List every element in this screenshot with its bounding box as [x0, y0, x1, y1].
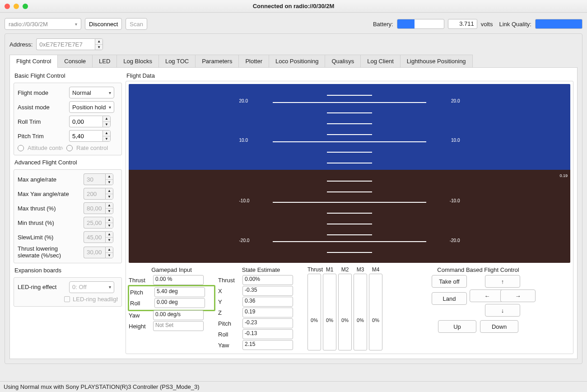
- tab-log-blocks[interactable]: Log Blocks: [117, 55, 159, 67]
- max-angle-stepper[interactable]: ▲▼: [84, 173, 113, 185]
- disconnect-button[interactable]: Disconnect: [85, 18, 122, 30]
- slew-stepper[interactable]: ▲▼: [84, 231, 113, 243]
- battery-meter: [397, 19, 444, 29]
- led-effect-select[interactable]: 0: Off▾: [69, 281, 114, 293]
- gamepad-col: Gamepad Input Thrust0.00 % Pitch5.40 deg…: [129, 266, 214, 332]
- arrow-down-button[interactable]: ↓: [485, 304, 520, 317]
- spin-up-icon[interactable]: ▲: [95, 39, 102, 45]
- battery-fill: [397, 19, 415, 28]
- window-title: Connected on radio://0/30/2M: [5, 3, 582, 9]
- m1-meter: 0%: [323, 274, 336, 350]
- advanced-group: Max angle/rate ▲▼ Max Yaw angle/rate ▲▼ …: [14, 169, 122, 263]
- scan-button[interactable]: Scan: [126, 18, 147, 30]
- tab-parameters[interactable]: Parameters: [196, 55, 239, 67]
- tab-log-client[interactable]: Log Client: [361, 55, 401, 67]
- uri-value: radio://0/30/2M: [9, 21, 48, 28]
- state-roll: -0.13: [242, 329, 293, 339]
- takeoff-button[interactable]: Take off: [432, 275, 467, 288]
- command-title: Command Based Flight Control: [437, 266, 519, 273]
- gamepad-thrust: 0.00 %: [153, 275, 204, 285]
- led-headlight-checkbox[interactable]: [64, 296, 70, 302]
- state-y: 0.36: [242, 297, 293, 307]
- tlsr-label: Thrust lowering slewrate (%/sec): [18, 246, 81, 259]
- main-frame: Address: ▲▼ Flight Control Console LED L…: [5, 33, 582, 364]
- lower-row: Gamepad Input Thrust0.00 % Pitch5.40 deg…: [129, 266, 570, 351]
- battery-volts: 3.711: [448, 19, 477, 29]
- highlight-box: Pitch5.40 deg Roll0.00 deg: [128, 285, 215, 311]
- address-spinner[interactable]: ▲▼: [36, 38, 103, 50]
- max-yaw-stepper[interactable]: ▲▼: [84, 188, 113, 200]
- tab-loco-positioning[interactable]: Loco Positioning: [269, 55, 325, 67]
- basic-title: Basic Flight Control: [14, 72, 122, 79]
- max-thrust-stepper[interactable]: ▲▼: [84, 202, 113, 214]
- top-toolbar: radio://0/30/2M ▾ Disconnect Scan Batter…: [0, 13, 587, 33]
- min-thrust-stepper[interactable]: ▲▼: [84, 217, 113, 229]
- m2-meter: 0%: [338, 274, 352, 350]
- rate-label: Rate control: [76, 145, 108, 151]
- state-pitch: -0.23: [242, 318, 293, 328]
- window-controls: [5, 4, 28, 9]
- minimize-icon[interactable]: [14, 4, 19, 9]
- status-bar: Using Normal mux with Sony PLAYSTATION(R…: [0, 381, 587, 392]
- address-input[interactable]: [36, 38, 95, 50]
- tab-flight-control[interactable]: Flight Control: [9, 55, 58, 67]
- chevron-down-icon: ▾: [109, 285, 111, 289]
- spin-down-icon[interactable]: ▼: [95, 45, 102, 50]
- attitude-label: Attitude control: [28, 145, 63, 151]
- state-col: State Estimate Thrust0.00% X-0.35 Y0.36 …: [218, 266, 304, 351]
- up-button[interactable]: Up: [438, 320, 476, 333]
- chevron-down-icon: ▾: [109, 90, 111, 95]
- basic-group: Flight mode Normal▾ Assist mode Position…: [14, 83, 122, 155]
- flight-data-body: 20.0 20.0 10.0 10.0 -10.0 -10.0 -20.0 -2…: [126, 81, 573, 354]
- uri-combo[interactable]: radio://0/30/2M ▾: [5, 18, 81, 30]
- volts-unit: volts: [481, 21, 493, 28]
- max-yaw-label: Max Yaw angle/rate: [18, 191, 81, 197]
- close-icon[interactable]: [5, 4, 10, 9]
- link-quality-label: Link Quality:: [499, 21, 531, 28]
- flight-mode-select[interactable]: Normal▾: [69, 87, 114, 98]
- assist-mode-select[interactable]: Position hold▾: [69, 101, 114, 113]
- pitch-trim-stepper[interactable]: ▲▼: [69, 130, 111, 142]
- chevron-down-icon: ▾: [109, 105, 111, 110]
- battery-label: Battery:: [373, 21, 393, 28]
- max-thrust-label: Max thrust (%): [18, 205, 81, 212]
- gamepad-yaw: 0.00 deg/s: [153, 310, 204, 320]
- address-label: Address:: [9, 41, 33, 48]
- motors-col: Thrust M1 M2 M3 M4 0% 0% 0% 0% 0%: [307, 266, 382, 350]
- tab-body: Basic Flight Control Flight mode Normal▾…: [9, 68, 578, 359]
- assist-mode-label: Assist mode: [18, 104, 66, 111]
- max-angle-label: Max angle/rate: [18, 176, 81, 183]
- expansion-group: LED-ring effect 0: Off▾ LED-ring headlig…: [14, 277, 122, 307]
- flight-data-title: Flight Data: [126, 72, 573, 79]
- gamepad-pitch: 5.40 deg: [154, 287, 205, 297]
- tab-log-toc[interactable]: Log TOC: [159, 55, 196, 67]
- arrow-left-button[interactable]: ←: [470, 289, 505, 302]
- control-mode-row: Attitude control Rate control: [18, 145, 118, 151]
- tlsr-stepper[interactable]: ▲▼: [84, 247, 113, 258]
- tab-qualisys[interactable]: Qualisys: [325, 55, 361, 67]
- attitude-indicator: 20.0 20.0 10.0 10.0 -10.0 -10.0 -20.0 -2…: [129, 84, 570, 263]
- land-button[interactable]: Land: [432, 292, 467, 305]
- down-button[interactable]: Down: [480, 320, 518, 333]
- chevron-down-icon: ▾: [75, 22, 77, 27]
- arrow-up-button[interactable]: ↑: [485, 275, 520, 288]
- tab-plotter[interactable]: Plotter: [239, 55, 269, 67]
- slew-label: SlewLimit (%): [18, 234, 81, 241]
- min-thrust-label: Min thrust (%): [18, 219, 81, 226]
- roll-trim-stepper[interactable]: ▲▼: [69, 116, 111, 127]
- zoom-icon[interactable]: [23, 4, 28, 9]
- tab-console[interactable]: Console: [58, 55, 93, 67]
- rate-radio[interactable]: [66, 145, 73, 151]
- arrow-right-button[interactable]: →: [500, 289, 536, 302]
- led-headlight-label: LED-ring headlight: [73, 296, 118, 303]
- roll-trim-label: Roll Trim: [18, 118, 66, 125]
- m3-meter: 0%: [354, 274, 367, 350]
- gamepad-roll: 0.00 deg: [154, 298, 205, 308]
- pitch-trim-label: Pitch Trim: [18, 133, 66, 140]
- tab-led[interactable]: LED: [93, 55, 117, 67]
- attitude-radio[interactable]: [18, 145, 24, 151]
- flight-mode-label: Flight mode: [18, 89, 66, 96]
- advanced-title: Advanced Flight Control: [14, 159, 122, 166]
- tab-lighthouse[interactable]: Lighthouse Positioning: [401, 55, 473, 67]
- right-column: Flight Data: [126, 71, 573, 354]
